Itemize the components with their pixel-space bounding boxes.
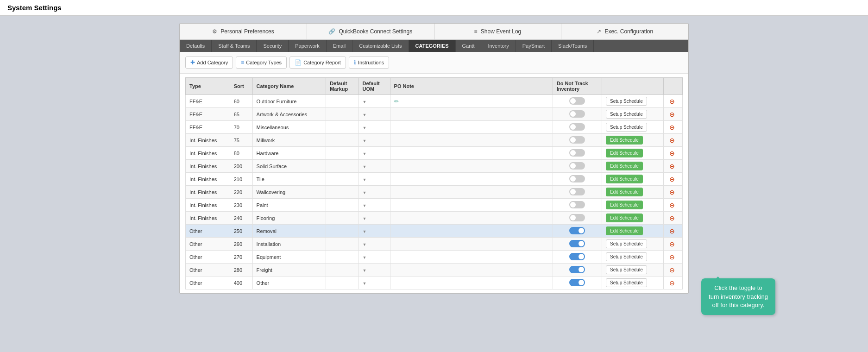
edit-schedule-button[interactable]: Edit Schedule [606,201,643,209]
nav-tab-staff-teams[interactable]: Staff & Teams [212,40,257,52]
uom-dropdown-arrow[interactable]: ▼ [363,113,367,117]
uom-dropdown-arrow[interactable]: ▼ [363,190,367,195]
inventory-toggle[interactable] [569,227,585,234]
nav-tab-customizable-lists[interactable]: Customizable Lists [352,40,409,52]
category-report-button[interactable]: 📄 Category Report [289,57,346,69]
setup-schedule-button[interactable]: Setup Schedule [606,97,647,106]
inventory-toggle[interactable] [569,149,585,157]
cell-uom[interactable]: ▼ [359,134,390,147]
edit-schedule-button[interactable]: Edit Schedule [606,149,643,157]
inventory-toggle[interactable] [569,123,585,131]
edit-schedule-button[interactable]: Edit Schedule [606,136,643,145]
cell-schedule: Edit Schedule [602,212,663,225]
inventory-toggle[interactable] [569,266,585,273]
tab-quickbooks[interactable]: 🔗 QuickBooks Connect Settings [307,24,434,39]
remove-icon[interactable]: ⊖ [669,201,675,209]
uom-dropdown-arrow[interactable]: ▼ [363,100,367,104]
cell-uom[interactable]: ▼ [359,251,390,264]
uom-dropdown-arrow[interactable]: ▼ [363,268,367,273]
uom-dropdown-arrow[interactable]: ▼ [363,164,367,169]
tab-exec-config[interactable]: ↗ Exec. Configuration [561,24,688,39]
nav-tab-gantt[interactable]: Gantt [456,40,482,52]
setup-schedule-button[interactable]: Setup Schedule [606,278,647,287]
remove-icon[interactable]: ⊖ [669,240,675,248]
remove-icon[interactable]: ⊖ [669,124,675,131]
cell-markup [326,212,359,225]
inventory-toggle[interactable] [569,214,585,221]
nav-tab-inventory[interactable]: Inventory [481,40,516,52]
remove-icon[interactable]: ⊖ [669,176,675,183]
category-types-button[interactable]: ≡ Category Types [236,57,287,69]
inventory-toggle[interactable] [569,253,585,260]
uom-dropdown-arrow[interactable]: ▼ [363,151,367,156]
nav-tab-email[interactable]: Email [327,40,353,52]
remove-icon[interactable]: ⊖ [669,163,675,170]
setup-schedule-button[interactable]: Setup Schedule [606,252,647,261]
inventory-toggle[interactable] [569,162,585,170]
edit-schedule-button[interactable]: Edit Schedule [606,162,643,170]
cell-uom[interactable]: ▼ [359,95,390,108]
cell-uom[interactable]: ▼ [359,225,390,238]
uom-dropdown-arrow[interactable]: ▼ [363,177,367,182]
tab-personal-prefs[interactable]: ⚙ Personal Preferences [180,24,307,39]
cell-uom[interactable]: ▼ [359,199,390,212]
uom-dropdown-arrow[interactable]: ▼ [363,229,367,234]
cell-toggle [553,225,602,238]
cell-uom[interactable]: ▼ [359,160,390,173]
uom-dropdown-arrow[interactable]: ▼ [363,281,367,286]
cell-markup [326,108,359,121]
instructions-button[interactable]: ℹ Instructions [349,57,389,69]
cell-uom[interactable]: ▼ [359,277,390,289]
edit-schedule-button[interactable]: Edit Schedule [606,226,643,235]
inventory-toggle[interactable] [569,175,585,182]
setup-schedule-button[interactable]: Setup Schedule [606,123,647,132]
setup-schedule-button[interactable]: Setup Schedule [606,265,647,274]
inventory-toggle[interactable] [569,188,585,195]
cell-uom[interactable]: ▼ [359,238,390,251]
remove-icon[interactable]: ⊖ [669,266,675,274]
nav-tab-defaults[interactable]: Defaults [180,40,212,52]
nav-tab-paperwork[interactable]: Paperwork [289,40,327,52]
remove-icon[interactable]: ⊖ [669,150,675,157]
remove-icon[interactable]: ⊖ [669,111,675,118]
nav-tab-paysmart[interactable]: PaySmart [516,40,552,52]
inventory-toggle[interactable] [569,279,585,286]
inventory-toggle[interactable] [569,97,585,105]
nav-tab-categories[interactable]: CATEGORIES [409,40,456,52]
cell-remove: ⊖ [663,95,682,108]
uom-dropdown-arrow[interactable]: ▼ [363,126,367,130]
nav-tab-slack-teams[interactable]: Slack/Teams [552,40,594,52]
cell-uom[interactable]: ▼ [359,173,390,186]
cell-uom[interactable]: ▼ [359,121,390,134]
nav-tab-security[interactable]: Security [257,40,289,52]
edit-schedule-button[interactable]: Edit Schedule [606,214,643,222]
remove-icon[interactable]: ⊖ [669,253,675,261]
cell-uom[interactable]: ▼ [359,186,390,199]
tab-event-log[interactable]: ≡ Show Event Log [434,24,562,39]
remove-icon[interactable]: ⊖ [669,137,675,144]
inventory-toggle[interactable] [569,201,585,208]
uom-dropdown-arrow[interactable]: ▼ [363,203,367,208]
uom-dropdown-arrow[interactable]: ▼ [363,138,367,143]
edit-schedule-button[interactable]: Edit Schedule [606,188,643,196]
add-category-button[interactable]: ✚ Add Category [185,57,233,69]
cell-uom[interactable]: ▼ [359,212,390,225]
remove-icon[interactable]: ⊖ [669,98,675,105]
cell-uom[interactable]: ▼ [359,108,390,121]
edit-pencil-icon[interactable]: ✏ [394,98,399,105]
uom-dropdown-arrow[interactable]: ▼ [363,216,367,221]
edit-schedule-button[interactable]: Edit Schedule [606,175,643,183]
uom-dropdown-arrow[interactable]: ▼ [363,242,367,247]
remove-icon[interactable]: ⊖ [669,189,675,196]
inventory-toggle[interactable] [569,240,585,247]
remove-icon[interactable]: ⊖ [669,227,675,235]
setup-schedule-button[interactable]: Setup Schedule [606,239,647,248]
cell-uom[interactable]: ▼ [359,147,390,160]
uom-dropdown-arrow[interactable]: ▼ [363,255,367,260]
remove-icon[interactable]: ⊖ [669,214,675,222]
inventory-toggle[interactable] [569,136,585,144]
remove-icon[interactable]: ⊖ [669,279,675,287]
cell-uom[interactable]: ▼ [359,264,390,277]
setup-schedule-button[interactable]: Setup Schedule [606,110,647,119]
inventory-toggle[interactable] [569,110,585,118]
